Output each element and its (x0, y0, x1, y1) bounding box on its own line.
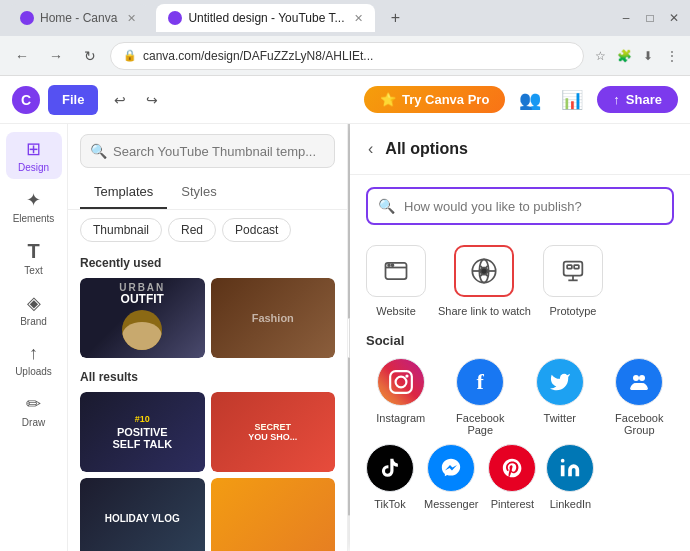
browser-frame: Home - Canva ✕ Untitled design - YouTube… (0, 0, 690, 551)
filter-thumbnail[interactable]: Thumbnail (80, 218, 162, 242)
sidebar-item-design[interactable]: ⊞ Design (6, 132, 62, 179)
minimize-button[interactable]: – (618, 10, 634, 26)
tab-templates[interactable]: Templates (80, 176, 167, 209)
chart-icon-button[interactable]: 📊 (555, 83, 589, 117)
window-controls: – □ ✕ (618, 10, 682, 26)
social-instagram[interactable]: Instagram (366, 358, 436, 436)
social-tiktok[interactable]: TikTok (366, 444, 414, 510)
canva-logo: C (12, 86, 40, 114)
overlay-search-input[interactable] (366, 187, 674, 225)
panel-search-input[interactable] (80, 134, 335, 168)
tiktok-icon (366, 444, 414, 492)
sidebar-item-text[interactable]: T Text (6, 234, 62, 282)
bookmark-icon[interactable]: ☆ (590, 46, 610, 66)
recently-used-thumbnails: URBAN OUTFIT Fashion (68, 274, 347, 362)
draw-icon: ✏ (26, 393, 41, 415)
sidebar-design-label: Design (18, 162, 49, 173)
social-linkedin[interactable]: LinkedIn (546, 444, 594, 510)
share-button[interactable]: ↑ Share (597, 86, 678, 113)
menu-icon[interactable]: ⋮ (662, 46, 682, 66)
recently-used-title: Recently used (68, 250, 347, 274)
recently-used-thumb-1[interactable]: URBAN OUTFIT (80, 278, 205, 358)
social-facebook-page[interactable]: f Facebook Page (446, 358, 516, 436)
pinterest-label: Pinterest (491, 498, 534, 510)
panel-search-wrap: 🔍 (80, 134, 335, 168)
prototype-label: Prototype (549, 305, 596, 317)
result-thumb-3[interactable]: HOLIDAY VLOG (80, 478, 205, 551)
tab-home-close[interactable]: ✕ (127, 12, 136, 25)
sidebar-item-brand[interactable]: ◈ Brand (6, 286, 62, 333)
svg-rect-11 (390, 371, 412, 393)
social-grid: Instagram f Facebook Page (366, 358, 674, 436)
tab-design[interactable]: Untitled design - YouTube T... ✕ (156, 4, 375, 32)
svg-rect-10 (574, 265, 579, 269)
new-tab-button[interactable]: + (383, 6, 407, 30)
prototype-icon-box (543, 245, 603, 297)
panel-filters: Thumbnail Red Podcast (68, 210, 347, 250)
text-icon: T (27, 240, 39, 263)
address-bar-icons: ☆ 🧩 ⬇ ⋮ (590, 46, 682, 66)
close-button[interactable]: ✕ (666, 10, 682, 26)
overlay-search-wrap: 🔍 (366, 187, 674, 225)
social-twitter[interactable]: Twitter (525, 358, 595, 436)
app-area: C File ↩ ↪ ⭐ Try Canva Pro 👥 📊 ↑ Share (0, 76, 690, 551)
uploads-icon: ↑ (29, 343, 38, 364)
messenger-label: Messenger (424, 498, 478, 510)
social-messenger[interactable]: Messenger (424, 444, 478, 510)
share-link-label: Share link to watch (438, 305, 531, 317)
filter-podcast[interactable]: Podcast (222, 218, 291, 242)
publish-prototype[interactable]: Prototype (543, 245, 603, 317)
instagram-label: Instagram (376, 412, 425, 424)
templates-panel: 🔍 Templates Styles Thumbnail Red Podcast… (68, 124, 348, 551)
tab-styles[interactable]: Styles (167, 176, 230, 209)
publish-share-link[interactable]: Share link to watch (438, 245, 531, 317)
svg-point-14 (633, 375, 639, 381)
linkedin-label: LinkedIn (550, 498, 592, 510)
tab-design-close[interactable]: ✕ (354, 12, 363, 25)
extension-icon[interactable]: 🧩 (614, 46, 634, 66)
maximize-button[interactable]: □ (642, 10, 658, 26)
sidebar-item-draw[interactable]: ✏ Draw (6, 387, 62, 434)
try-pro-button[interactable]: ⭐ Try Canva Pro (364, 86, 505, 113)
people-icon-button[interactable]: 👥 (513, 83, 547, 117)
overlay-back-button[interactable]: ‹ (366, 138, 375, 160)
svg-point-3 (392, 264, 394, 266)
sidebar-text-label: Text (24, 265, 42, 276)
svg-point-13 (405, 374, 408, 377)
star-icon: ⭐ (380, 92, 396, 107)
result-thumb-2[interactable]: SECRET YOU SHO... (211, 392, 336, 472)
tab-home[interactable]: Home - Canva ✕ (8, 4, 148, 32)
social-pinterest[interactable]: Pinterest (488, 444, 536, 510)
result-thumb-1[interactable]: #10 POSITIVESELF TALK (80, 392, 205, 472)
social-title: Social (366, 333, 674, 348)
all-results-title: All results (68, 362, 347, 388)
file-button[interactable]: File (48, 85, 98, 115)
sidebar-item-elements[interactable]: ✦ Elements (6, 183, 62, 230)
social-facebook-group[interactable]: Facebook Group (605, 358, 675, 436)
svg-rect-9 (567, 265, 572, 269)
recently-used-thumb-2[interactable]: Fashion (211, 278, 336, 358)
result-thumb-4[interactable] (211, 478, 336, 551)
title-bar: Home - Canva ✕ Untitled design - YouTube… (0, 0, 690, 36)
publish-website[interactable]: Website (366, 245, 426, 317)
redo-button[interactable]: ↪ (138, 86, 166, 114)
back-nav-button[interactable]: ← (8, 42, 36, 70)
panel-search-area: 🔍 (68, 124, 347, 176)
filter-red[interactable]: Red (168, 218, 216, 242)
scroll-right-arrow[interactable]: › (348, 318, 350, 358)
svg-point-2 (388, 264, 390, 266)
address-bar[interactable]: 🔒 canva.com/design/DAFuZZzLyN8/AHLIEt... (110, 42, 584, 70)
forward-nav-button[interactable]: → (42, 42, 70, 70)
sidebar-item-uploads[interactable]: ↑ Uploads (6, 337, 62, 383)
canva-topbar: C File ↩ ↪ ⭐ Try Canva Pro 👥 📊 ↑ Share (0, 76, 690, 124)
panel-search-icon: 🔍 (90, 143, 107, 159)
tab-home-label: Home - Canva (40, 11, 117, 25)
publish-options: Website (350, 237, 690, 325)
main-content: ⊞ Design ✦ Elements T Text ◈ Brand ↑ U (0, 124, 690, 551)
download-icon[interactable]: ⬇ (638, 46, 658, 66)
share-link-icon-box (454, 245, 514, 297)
tiktok-label: TikTok (374, 498, 405, 510)
undo-button[interactable]: ↩ (106, 86, 134, 114)
all-options-overlay: ‹ All options 🔍 (350, 124, 690, 551)
reload-button[interactable]: ↻ (76, 42, 104, 70)
